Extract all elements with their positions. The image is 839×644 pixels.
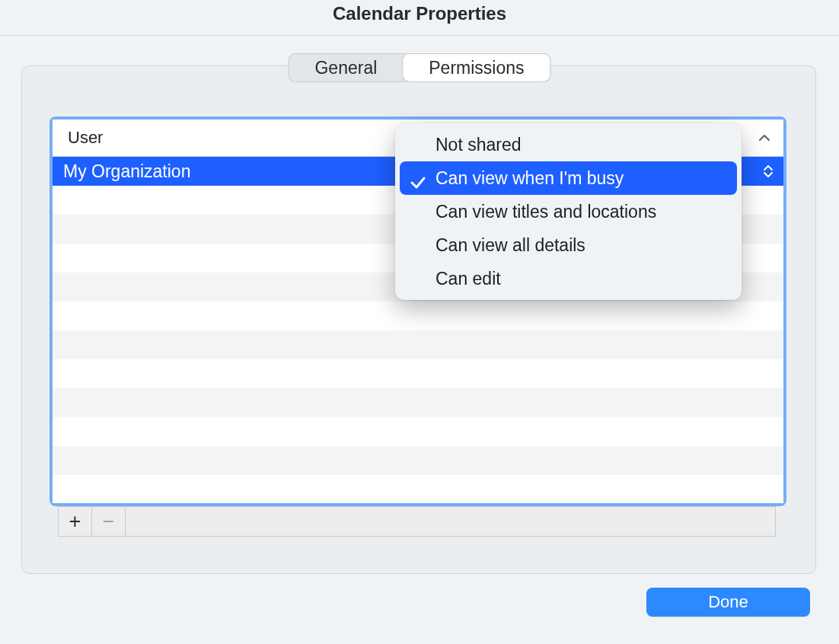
done-button-label: Done xyxy=(708,592,748,612)
dropdown-option-label: Can view titles and locations xyxy=(435,202,656,222)
permission-dropdown[interactable]: Not shared Can view when I'm busy Can vi… xyxy=(395,123,742,300)
dropdown-option-busy[interactable]: Can view when I'm busy xyxy=(400,161,737,195)
sort-indicator-icon[interactable] xyxy=(757,130,772,145)
permission-popup-indicator-icon[interactable] xyxy=(759,158,777,184)
table-row[interactable] xyxy=(53,359,783,388)
table-footer: + − xyxy=(58,506,776,537)
permissions-panel: User My Organization xyxy=(21,65,816,574)
add-user-button[interactable]: + xyxy=(59,507,92,536)
dropdown-option-label: Can view all details xyxy=(435,235,585,255)
table-row[interactable] xyxy=(53,301,783,330)
dropdown-option-label: Not shared xyxy=(435,135,522,155)
done-button[interactable]: Done xyxy=(646,588,810,617)
tab-bar: General Permissions xyxy=(288,53,550,82)
cell-user: My Organization xyxy=(63,161,190,181)
column-header-user: User xyxy=(68,128,103,148)
dropdown-option-label: Can view when I'm busy xyxy=(435,168,624,188)
dropdown-option-details[interactable]: Can view all details xyxy=(400,228,737,262)
remove-user-button: − xyxy=(92,507,126,536)
table-row[interactable] xyxy=(53,388,783,417)
table-row[interactable] xyxy=(53,446,783,475)
table-row[interactable] xyxy=(53,417,783,446)
check-icon xyxy=(409,169,427,187)
table-row[interactable] xyxy=(53,330,783,359)
dropdown-option-not-shared[interactable]: Not shared xyxy=(400,128,737,161)
title-divider xyxy=(0,35,839,36)
table-row[interactable] xyxy=(53,475,783,503)
plus-icon: + xyxy=(69,510,81,534)
window-title: Calendar Properties xyxy=(0,0,839,35)
dropdown-option-titles[interactable]: Can view titles and locations xyxy=(400,195,737,228)
tab-general[interactable]: General xyxy=(289,54,403,81)
tab-permissions[interactable]: Permissions xyxy=(403,54,550,81)
dropdown-option-edit[interactable]: Can edit xyxy=(400,262,737,295)
minus-icon: − xyxy=(103,510,115,534)
dropdown-option-label: Can edit xyxy=(435,269,501,289)
